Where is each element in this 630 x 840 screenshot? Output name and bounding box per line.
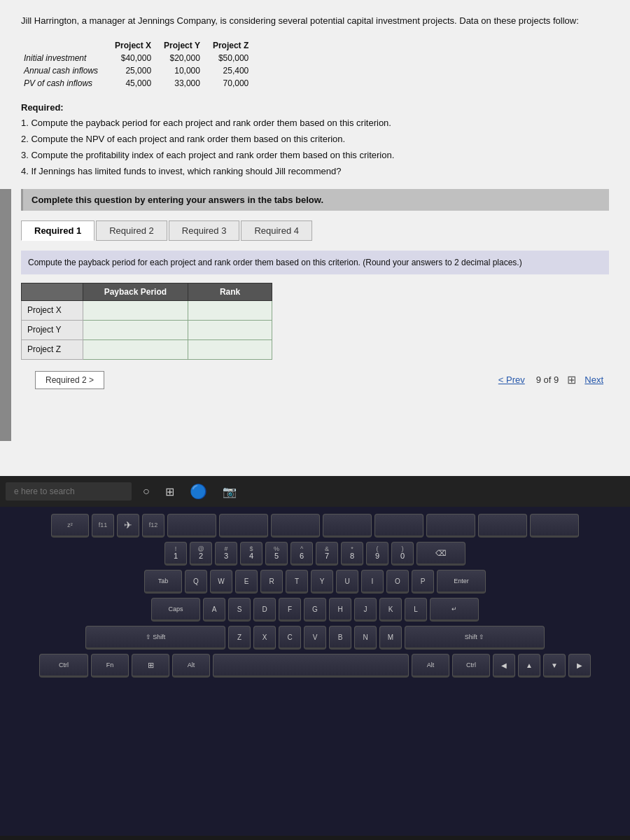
tabs-row: Required 1 Required 2 Required 3 Require… [21, 220, 609, 241]
key-ctrl-right[interactable]: Ctrl [452, 654, 490, 678]
rank-z[interactable] [188, 340, 272, 359]
cell-y-1: $20,000 [161, 52, 210, 64]
key-s[interactable]: S [228, 598, 251, 622]
rank-y[interactable] [188, 320, 272, 340]
key-left[interactable]: ◀ [493, 654, 515, 678]
key-alt[interactable]: Alt [172, 654, 210, 678]
key-c[interactable]: C [279, 626, 301, 650]
key-fn5[interactable] [374, 514, 424, 538]
key-p[interactable]: P [412, 570, 434, 594]
key-f12[interactable]: f12 [142, 514, 164, 538]
key-ctrl[interactable]: Ctrl [39, 654, 88, 678]
key-h[interactable]: H [329, 598, 351, 622]
key-win[interactable]: ⊞ [132, 654, 169, 678]
col-header-x: Project X [112, 39, 161, 52]
key-fn3[interactable] [271, 514, 320, 538]
key-fn7[interactable] [478, 514, 527, 538]
key-r[interactable]: R [260, 570, 283, 594]
table-row-project-z: Project Z [22, 340, 272, 359]
taskbar-search[interactable] [6, 482, 132, 500]
payback-table: Payback Period Rank Project X Project Y … [21, 283, 272, 360]
key-v[interactable]: V [304, 626, 326, 650]
cell-x-2: 25,000 [112, 64, 161, 77]
key-4[interactable]: $4 [240, 542, 262, 566]
taskbar-windows-icon[interactable]: ⊞ [161, 482, 178, 501]
key-right[interactable]: ▶ [568, 654, 591, 678]
key-tab[interactable]: Tab [144, 570, 182, 594]
key-k[interactable]: K [379, 598, 402, 622]
key-i[interactable]: I [361, 570, 384, 594]
taskbar-media-icon[interactable]: 📷 [218, 482, 241, 501]
key-d[interactable]: D [253, 598, 276, 622]
taskbar-browser-icon[interactable]: 🔵 [186, 480, 211, 503]
key-x[interactable]: X [253, 626, 276, 650]
taskbar-circle-icon[interactable]: ○ [139, 482, 154, 500]
key-caps[interactable]: Caps [151, 598, 200, 622]
next-button[interactable]: Next [584, 374, 603, 385]
key-t[interactable]: T [286, 570, 308, 594]
key-fn8[interactable] [530, 514, 579, 538]
payback-period-y[interactable] [83, 320, 188, 340]
tab-required1[interactable]: Required 1 [21, 220, 94, 241]
tab-required2[interactable]: Required 2 [96, 220, 167, 241]
key-9[interactable]: (9 [366, 542, 388, 566]
key-a[interactable]: A [203, 598, 225, 622]
key-shift-right[interactable]: Shift ⇧ [405, 626, 545, 650]
key-0[interactable]: )0 [391, 542, 414, 566]
row-label-project-y: Project Y [22, 320, 83, 340]
key-z[interactable]: Z [228, 626, 251, 650]
tab-required4[interactable]: Required 4 [241, 220, 312, 241]
key-f[interactable]: F [279, 598, 301, 622]
key-u[interactable]: U [336, 570, 358, 594]
table-row-project-x: Project X [22, 300, 272, 320]
key-1[interactable]: !1 [164, 542, 187, 566]
cell-y-2: 10,000 [161, 64, 210, 77]
key-down[interactable]: ▼ [543, 654, 566, 678]
key-l[interactable]: L [405, 598, 427, 622]
key-q[interactable]: Q [185, 570, 207, 594]
key-up[interactable]: ▲ [518, 654, 540, 678]
key-enter[interactable]: Enter [437, 570, 486, 594]
key-o[interactable]: O [386, 570, 409, 594]
prev-button[interactable]: < Prev [498, 374, 525, 385]
key-airplane[interactable]: ✈ [117, 514, 139, 538]
key-j[interactable]: J [354, 598, 377, 622]
col-header-y: Project Y [161, 39, 210, 52]
key-y[interactable]: Y [311, 570, 333, 594]
key-fn4[interactable] [323, 514, 372, 538]
keyboard-asdf-row: Caps A S D F G H J K L ↵ [151, 598, 479, 622]
key-backspace[interactable]: ⌫ [416, 542, 465, 566]
key-fn[interactable]: Fn [91, 654, 129, 678]
key-z2[interactable]: z² [51, 514, 89, 538]
key-3[interactable]: #3 [215, 542, 237, 566]
key-2[interactable]: @2 [190, 542, 212, 566]
key-7[interactable]: &7 [316, 542, 338, 566]
key-space[interactable] [213, 654, 409, 678]
key-g[interactable]: G [304, 598, 326, 622]
rank-x[interactable] [188, 300, 272, 320]
nav-row: < Prev 9 of 9 ⊞ Next [493, 373, 609, 386]
key-8[interactable]: *8 [341, 542, 363, 566]
payback-period-z[interactable] [83, 340, 188, 359]
page-info: 9 of 9 [536, 374, 559, 385]
required2-button[interactable]: Required 2 > [35, 371, 104, 389]
payback-period-x[interactable] [83, 300, 188, 320]
key-f11[interactable]: f11 [92, 514, 114, 538]
key-shift-left[interactable]: ⇧ Shift [85, 626, 225, 650]
key-alt-right[interactable]: Alt [412, 654, 449, 678]
key-w[interactable]: W [210, 570, 232, 594]
key-fn2[interactable] [219, 514, 268, 538]
key-5[interactable]: %5 [265, 542, 288, 566]
grid-icon: ⊞ [567, 373, 576, 386]
keyboard-space-row: Ctrl Fn ⊞ Alt Alt Ctrl ◀ ▲ ▼ ▶ [39, 654, 591, 678]
key-m[interactable]: M [379, 626, 402, 650]
tab-required3[interactable]: Required 3 [169, 220, 240, 241]
key-b[interactable]: B [329, 626, 351, 650]
row-label-3: PV of cash inflows [21, 77, 112, 90]
key-n[interactable]: N [354, 626, 377, 650]
key-fn6[interactable] [426, 514, 475, 538]
key-fn1[interactable] [167, 514, 216, 538]
key-6[interactable]: ^6 [290, 542, 313, 566]
key-enter2[interactable]: ↵ [430, 598, 479, 622]
key-e[interactable]: E [235, 570, 258, 594]
